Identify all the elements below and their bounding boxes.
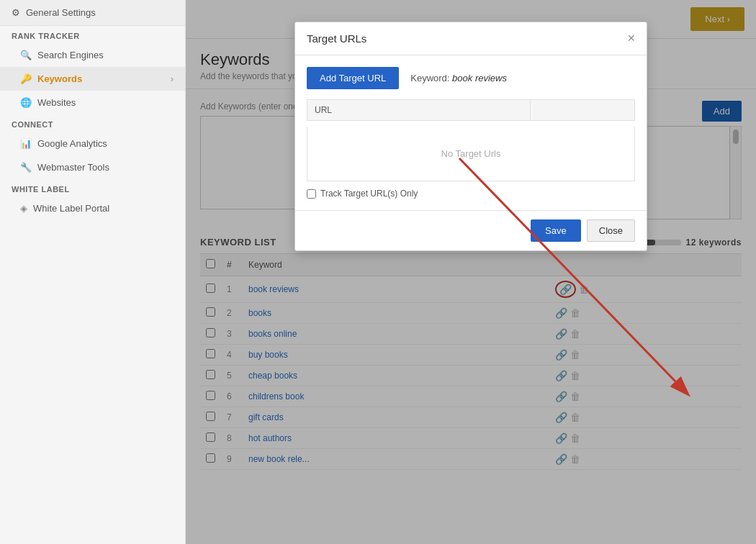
connect-section: CONNECT xyxy=(0,114,185,132)
keyword-value: book reviews xyxy=(452,73,507,83)
modal-header: Target URLs × xyxy=(295,22,647,55)
close-modal-button[interactable]: Close xyxy=(587,219,635,242)
modal-body: Add Target URL Keyword: book reviews URL xyxy=(295,55,647,210)
modal-footer: Save Close xyxy=(295,210,647,250)
analytics-icon: 📊 xyxy=(20,138,32,149)
modal-overlay: Target URLs × Add Target URL Keyword: bo… xyxy=(186,0,756,544)
general-settings-label: General Settings xyxy=(26,7,96,18)
sidebar-label-google-analytics: Google Analytics xyxy=(37,138,107,149)
general-settings-item[interactable]: ⚙ General Settings xyxy=(0,0,185,26)
save-button[interactable]: Save xyxy=(531,219,581,242)
sidebar-label-keywords: Keywords xyxy=(37,73,82,84)
sidebar-item-search-engines[interactable]: 🔍 Search Engines xyxy=(0,43,185,67)
wrench-icon: 🔧 xyxy=(20,162,32,173)
sidebar-item-google-analytics[interactable]: 📊 Google Analytics xyxy=(0,132,185,155)
rank-tracker-section: RANK TRACKER xyxy=(0,26,185,43)
url-actions-header xyxy=(531,100,635,121)
sidebar-label-websites: Websites xyxy=(37,97,76,108)
settings-icon: ⚙ xyxy=(12,7,20,18)
main-content: Next › Keywords Add the keywords that yo… xyxy=(186,0,756,544)
track-checkbox-label: Track Target URL(s) Only xyxy=(320,189,418,199)
sidebar-label-search-engines: Search Engines xyxy=(37,50,104,60)
sidebar-item-webmaster-tools[interactable]: 🔧 Webmaster Tools xyxy=(0,155,185,179)
search-icon: 🔍 xyxy=(20,50,32,60)
key-icon: 🔑 xyxy=(20,73,32,84)
no-target-message: No Target Urls xyxy=(307,127,635,181)
track-target-checkbox[interactable] xyxy=(307,189,316,199)
chevron-right-icon: › xyxy=(171,73,174,84)
sidebar-item-websites[interactable]: 🌐 Websites xyxy=(0,91,185,114)
sidebar-label-white-label-portal: White Label Portal xyxy=(33,203,109,214)
globe-icon: 🌐 xyxy=(20,97,32,108)
keyword-prefix: Keyword: xyxy=(410,73,452,83)
url-table: URL xyxy=(307,99,635,121)
modal-top-row: Add Target URL Keyword: book reviews xyxy=(307,67,635,89)
add-target-url-button[interactable]: Add Target URL xyxy=(307,67,399,89)
sidebar-item-white-label-portal[interactable]: ◈ White Label Portal xyxy=(0,196,185,220)
sidebar-item-keywords[interactable]: 🔑 Keywords › xyxy=(0,67,185,91)
modal-title: Target URLs xyxy=(307,32,366,45)
sidebar: ⚙ General Settings RANK TRACKER 🔍 Search… xyxy=(0,0,186,544)
track-checkbox-row: Track Target URL(s) Only xyxy=(307,189,635,199)
url-column-header: URL xyxy=(307,100,531,121)
white-label-section: WHITE LABEL xyxy=(0,179,185,196)
target-urls-modal: Target URLs × Add Target URL Keyword: bo… xyxy=(294,22,647,251)
portal-icon: ◈ xyxy=(20,203,27,214)
sidebar-label-webmaster-tools: Webmaster Tools xyxy=(37,162,109,173)
modal-close-button[interactable]: × xyxy=(627,31,635,46)
modal-keyword-label: Keyword: book reviews xyxy=(410,73,507,83)
